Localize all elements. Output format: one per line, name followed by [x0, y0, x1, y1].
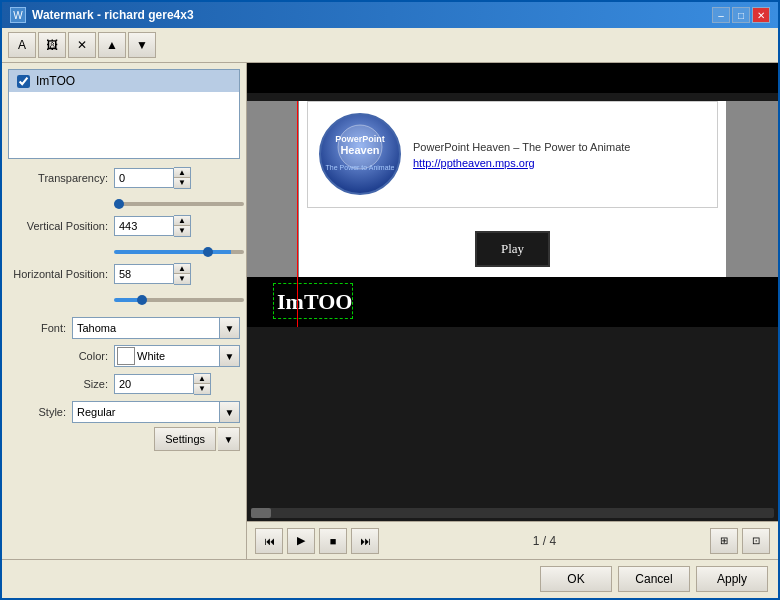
horizontal-position-label: Horizontal Position:	[8, 268, 108, 280]
preview-area: PowerPoint Heaven The Power to Animate P…	[247, 63, 778, 505]
play-pause-button[interactable]: ▶	[287, 528, 315, 554]
forward-button[interactable]: ⏭	[351, 528, 379, 554]
preview-top-black	[247, 63, 778, 93]
horizontal-position-slider[interactable]	[114, 298, 244, 302]
scrollbar-track	[251, 508, 774, 518]
transparency-label: Transparency:	[8, 172, 108, 184]
font-row: Font: ▼	[8, 317, 240, 339]
horizontal-position-input-group: ▲ ▼	[114, 263, 240, 285]
color-dropdown-button[interactable]: ▼	[220, 345, 240, 367]
maximize-button[interactable]: □	[732, 7, 750, 23]
size-down[interactable]: ▼	[194, 384, 210, 394]
window-title: Watermark - richard gere4x3	[32, 8, 194, 22]
font-input[interactable]	[72, 317, 220, 339]
style-row: Style: ▼	[8, 401, 240, 423]
watermark-title: PowerPoint Heaven – The Power to Animate	[413, 141, 630, 153]
horizontal-position-slider-row	[114, 291, 240, 305]
preview-canvas: PowerPoint Heaven The Power to Animate P…	[247, 101, 778, 327]
horizontal-position-up[interactable]: ▲	[174, 264, 190, 274]
transparency-down[interactable]: ▼	[174, 178, 190, 188]
style-dropdown-button[interactable]: ▼	[220, 401, 240, 423]
red-line-vertical	[297, 101, 298, 327]
color-label: Color:	[8, 350, 108, 362]
color-display[interactable]: White	[114, 345, 220, 367]
view-button-1[interactable]: ⊞	[710, 528, 738, 554]
view-button-2[interactable]: ⊡	[742, 528, 770, 554]
play-button[interactable]: Play	[475, 231, 550, 267]
vertical-position-up[interactable]: ▲	[174, 216, 190, 226]
ok-button[interactable]: OK	[540, 566, 612, 592]
preview-bottom-black: ImTOO	[247, 277, 778, 327]
transparency-spinners: ▲ ▼	[174, 167, 191, 189]
minimize-button[interactable]: –	[712, 7, 730, 23]
size-input[interactable]	[114, 374, 194, 394]
vertical-position-down[interactable]: ▼	[174, 226, 190, 236]
play-button-area: Play	[299, 216, 726, 277]
transparency-input[interactable]	[114, 168, 174, 188]
size-row: Size: ▲ ▼	[8, 373, 240, 395]
overlay-text: ImTOO	[277, 289, 352, 315]
toolbar: A 🖼 ✕ ▲ ▼	[2, 28, 778, 63]
settings-arrow-button[interactable]: ▼	[218, 427, 240, 451]
horizontal-position-input[interactable]	[114, 264, 174, 284]
font-dropdown-button[interactable]: ▼	[220, 317, 240, 339]
vertical-position-input[interactable]	[114, 216, 174, 236]
transparency-slider[interactable]	[114, 202, 244, 206]
title-controls: – □ ✕	[712, 7, 770, 23]
vertical-position-slider-row	[114, 243, 240, 257]
font-label: Font:	[8, 322, 66, 334]
watermark-item[interactable]: ImTOO	[9, 70, 239, 92]
move-up-tool-button[interactable]: ▲	[98, 32, 126, 58]
settings-button[interactable]: Settings	[154, 427, 216, 451]
color-row: Color: White ▼	[8, 345, 240, 367]
svg-text:PowerPoint: PowerPoint	[335, 134, 385, 144]
watermark-list[interactable]: ImTOO	[8, 69, 240, 159]
close-button[interactable]: ✕	[752, 7, 770, 23]
color-dropdown-group: White ▼	[114, 345, 240, 367]
vertical-position-slider[interactable]	[114, 250, 244, 254]
rewind-button[interactable]: ⏮	[255, 528, 283, 554]
size-spinners: ▲ ▼	[194, 373, 211, 395]
main-window: W Watermark - richard gere4x3 – □ ✕ A 🖼 …	[0, 0, 780, 600]
transparency-up[interactable]: ▲	[174, 168, 190, 178]
apply-button[interactable]: Apply	[696, 566, 768, 592]
transparency-input-group: ▲ ▼	[114, 167, 240, 189]
logo-svg: PowerPoint Heaven The Power to Animate	[318, 112, 403, 197]
transparency-slider-row	[114, 195, 240, 209]
left-panel: ImTOO Transparency: ▲ ▼	[2, 63, 247, 559]
scrollbar-thumb[interactable]	[251, 508, 271, 518]
settings-row: Settings ▼	[8, 427, 240, 451]
style-input[interactable]	[72, 401, 220, 423]
preview-scrollbar[interactable]	[247, 505, 778, 521]
image-tool-button[interactable]: 🖼	[38, 32, 66, 58]
svg-text:The Power to Animate: The Power to Animate	[326, 164, 395, 171]
dialog-footer: OK Cancel Apply	[2, 559, 778, 598]
main-content: ImTOO Transparency: ▲ ▼	[2, 63, 778, 559]
stop-button[interactable]: ■	[319, 528, 347, 554]
size-up[interactable]: ▲	[194, 374, 210, 384]
watermark-checkbox[interactable]	[17, 75, 30, 88]
svg-text:Heaven: Heaven	[340, 144, 379, 156]
vertical-position-input-group: ▲ ▼	[114, 215, 240, 237]
right-panel: PowerPoint Heaven The Power to Animate P…	[247, 63, 778, 559]
text-tool-button[interactable]: A	[8, 32, 36, 58]
font-dropdown-group: ▼	[72, 317, 240, 339]
window-icon: W	[10, 7, 26, 23]
watermark-info: PowerPoint Heaven – The Power to Animate…	[413, 141, 630, 169]
title-bar: W Watermark - richard gere4x3 – □ ✕	[2, 2, 778, 28]
vertical-position-row: Vertical Position: ▲ ▼	[8, 215, 240, 237]
style-label: Style:	[8, 406, 66, 418]
vertical-position-label: Vertical Position:	[8, 220, 108, 232]
vertical-position-spinners: ▲ ▼	[174, 215, 191, 237]
style-dropdown-group: ▼	[72, 401, 240, 423]
watermark-link: http://pptheaven.mps.org	[413, 157, 630, 169]
horizontal-position-down[interactable]: ▼	[174, 274, 190, 284]
delete-tool-button[interactable]: ✕	[68, 32, 96, 58]
size-input-group: ▲ ▼	[114, 373, 240, 395]
move-down-tool-button[interactable]: ▼	[128, 32, 156, 58]
size-label: Size:	[8, 378, 108, 390]
playback-controls: ⏮ ▶ ■ ⏭ 1 / 4 ⊞ ⊡	[247, 521, 778, 559]
page-info: 1 / 4	[383, 534, 706, 548]
cancel-button[interactable]: Cancel	[618, 566, 690, 592]
color-value: White	[137, 350, 165, 362]
